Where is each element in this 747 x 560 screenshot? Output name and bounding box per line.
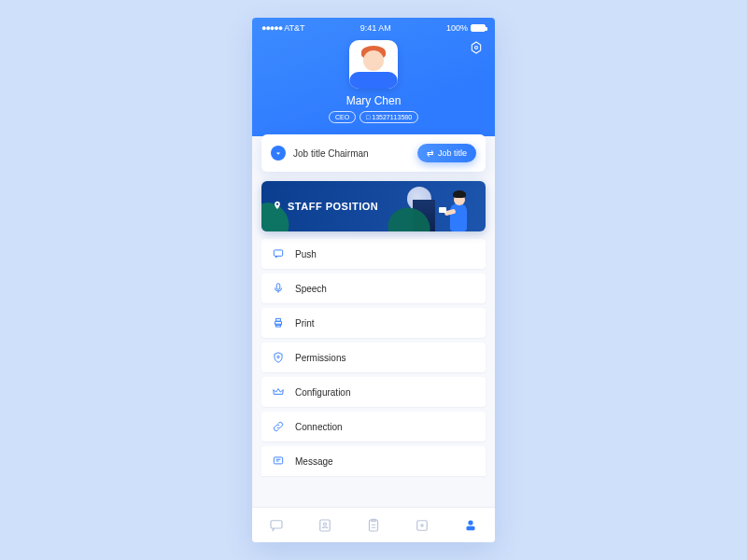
tab-chat[interactable] (266, 515, 287, 536)
menu-item-label: Configuration (295, 387, 350, 398)
tab-apps[interactable] (412, 515, 432, 536)
menu-item-speech[interactable]: Speech (261, 273, 486, 303)
menu-item-label: Message (295, 456, 333, 467)
tab-profile[interactable] (460, 515, 481, 536)
job-title-button[interactable]: ⇄ Job title (417, 144, 476, 162)
job-title-button-label: Job title (438, 148, 467, 158)
role-badge: CEO (329, 111, 356, 123)
status-carrier: ●●●●● AT&T (261, 23, 305, 33)
location-pin-icon (273, 201, 282, 212)
svg-rect-14 (417, 520, 428, 530)
tab-tasks[interactable] (363, 515, 384, 536)
settings-menu: Push Speech Print Permissions Configurat… (252, 239, 495, 507)
svg-point-11 (324, 523, 327, 525)
link-icon (271, 419, 286, 434)
svg-rect-17 (467, 525, 475, 530)
menu-item-push[interactable]: Push (261, 239, 486, 269)
message-icon (271, 454, 286, 469)
chat-icon (271, 246, 286, 261)
job-title-label: Job title Chairman (293, 148, 410, 159)
menu-item-connection[interactable]: Connection (261, 412, 486, 441)
phone-badge: □ 13527113580 (359, 111, 418, 123)
microphone-icon (271, 281, 286, 296)
person-illustration (441, 181, 478, 231)
banner-title: STAFF POSITION (288, 201, 378, 212)
svg-point-7 (277, 356, 279, 357)
menu-item-permissions[interactable]: Permissions (261, 343, 486, 372)
svg-marker-0 (472, 42, 480, 53)
shield-icon (271, 350, 286, 365)
svg-rect-9 (271, 520, 282, 527)
menu-item-label: Speech (295, 284, 327, 294)
svg-point-15 (421, 524, 423, 525)
tab-bar (252, 507, 495, 542)
svg-rect-5 (276, 318, 281, 321)
phone-frame: ●●●●● AT&T 9:41 AM 100% Mary Chen CEO □ … (252, 18, 495, 542)
svg-rect-2 (274, 250, 282, 256)
menu-item-message[interactable]: Message (261, 446, 486, 476)
svg-rect-8 (274, 457, 282, 464)
tab-contacts[interactable] (315, 515, 335, 536)
avatar[interactable] (349, 40, 398, 89)
status-bar: ●●●●● AT&T 9:41 AM 100% (252, 23, 495, 35)
svg-point-1 (475, 47, 478, 49)
menu-item-label: Push (295, 249, 317, 259)
user-name: Mary Chen (252, 94, 495, 107)
staff-position-banner[interactable]: STAFF POSITION (261, 181, 486, 231)
settings-icon[interactable] (469, 40, 484, 55)
menu-item-label: Permissions (295, 353, 345, 363)
crown-icon (271, 385, 286, 399)
menu-item-print[interactable]: Print (261, 308, 486, 338)
job-title-card: Job title Chairman ⇄ Job title (261, 134, 486, 172)
printer-icon (271, 315, 286, 330)
status-time: 9:41 AM (360, 23, 391, 33)
profile-block: Mary Chen CEO □ 13527113580 (252, 35, 495, 136)
menu-item-configuration[interactable]: Configuration (261, 377, 486, 407)
menu-item-label: Print (295, 318, 315, 329)
arrow-down-circle-icon (271, 146, 286, 161)
status-battery: 100% (446, 23, 486, 33)
swap-icon: ⇄ (427, 148, 434, 158)
svg-point-16 (468, 520, 472, 525)
header: ●●●●● AT&T 9:41 AM 100% Mary Chen CEO □ … (252, 18, 495, 136)
menu-item-label: Connection (295, 422, 343, 432)
svg-rect-3 (276, 284, 280, 289)
